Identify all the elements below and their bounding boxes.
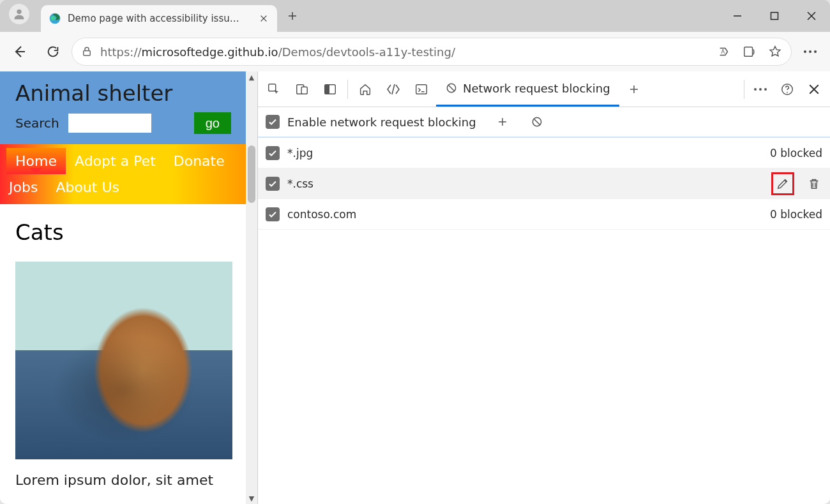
refresh-button[interactable] [38,37,68,66]
window-minimize-button[interactable] [719,0,756,32]
svg-point-18 [764,88,767,91]
svg-rect-14 [416,84,427,94]
address-bar[interactable]: https://microsoftedge.github.io/Demos/de… [72,38,792,66]
browser-tab[interactable]: Demo page with accessibility issu… [41,5,277,32]
console-tab-icon[interactable] [408,76,435,103]
close-tab-icon[interactable] [259,14,269,23]
site-nav: Home Adopt a Pet Donate Jobs About Us [0,144,246,204]
delete-pattern-button[interactable] [806,175,822,192]
nav-jobs[interactable]: Jobs [0,174,47,200]
section-heading: Cats [15,219,231,245]
cat-image [15,262,232,459]
network-request-blocking-tab[interactable]: Network request blocking [436,71,619,107]
svg-rect-3 [84,51,91,56]
page-title: Animal shelter [15,80,231,106]
window-close-button[interactable] [793,0,830,32]
pattern-row[interactable]: *.jpg0 blocked [258,138,830,168]
tab-label: Network request blocking [463,82,610,95]
page-scrollbar[interactable]: ▲ ▼ [246,71,257,504]
add-pattern-button[interactable] [489,108,516,135]
url-text: https://microsoftedge.github.io/Demos/de… [100,45,709,59]
svg-point-7 [809,50,811,53]
go-button[interactable]: go [194,112,231,134]
remove-all-patterns-button[interactable] [524,108,550,135]
pattern-list: *.jpg0 blocked*.csscontoso.com0 blocked [258,138,830,504]
inspect-element-icon[interactable] [260,76,287,103]
elements-tab-icon[interactable] [380,76,407,103]
tab-title: Demo page with accessibility issu… [68,13,253,24]
blocked-count: 0 blocked [770,147,822,159]
page-viewport: Animal shelter Search go Home Adopt a Pe… [0,71,258,504]
more-tabs-button[interactable] [621,76,647,103]
device-emulation-icon[interactable] [289,76,315,103]
dock-side-icon[interactable] [317,76,343,103]
pattern-row[interactable]: contoso.com0 blocked [258,199,830,230]
profile-avatar[interactable] [9,4,29,24]
devtools-close-icon[interactable] [801,76,827,103]
devtools-panel: Network request blocking [258,71,830,504]
pattern-label: *.jpg [287,147,762,159]
pattern-label: contoso.com [287,208,762,221]
new-tab-button[interactable] [280,3,305,29]
window-maximize-button[interactable] [756,0,793,32]
edge-favicon [49,12,61,25]
enable-blocking-label: Enable network request blocking [287,115,476,129]
pattern-checkbox[interactable] [266,177,280,191]
read-aloud-icon[interactable]: A [717,45,731,59]
svg-point-17 [759,88,762,91]
nav-donate[interactable]: Donate [165,148,234,174]
search-label: Search [15,115,59,131]
settings-menu-button[interactable] [796,37,825,66]
pattern-checkbox[interactable] [266,146,280,160]
devtools-help-icon[interactable] [774,76,801,103]
favorites-star-icon[interactable] [768,45,782,59]
nav-home[interactable]: Home [6,148,66,174]
svg-point-16 [754,88,757,91]
search-input[interactable] [68,114,151,133]
svg-rect-11 [301,87,307,94]
svg-text:A: A [721,48,725,55]
back-button[interactable] [5,37,34,66]
svg-point-8 [814,50,817,53]
nav-adopt[interactable]: Adopt a Pet [66,148,165,174]
svg-point-20 [787,91,788,93]
svg-point-6 [804,50,806,53]
blocked-count: 0 blocked [770,208,822,221]
welcome-tab-icon[interactable] [352,76,379,103]
pencil-icon [774,175,791,192]
svg-rect-13 [325,84,329,94]
immersive-reader-icon[interactable] [743,45,757,59]
pattern-row[interactable]: *.css [258,168,830,199]
nav-about[interactable]: About Us [47,174,128,200]
section-paragraph: Lorem ipsum dolor, sit amet [15,472,231,488]
pattern-checkbox[interactable] [266,207,280,221]
edit-pattern-button[interactable] [771,172,794,195]
devtools-more-icon[interactable] [747,76,774,103]
enable-blocking-checkbox[interactable] [266,115,280,129]
svg-point-0 [17,10,21,14]
svg-rect-2 [771,13,778,20]
pattern-label: *.css [287,177,764,190]
lock-icon [81,46,93,57]
svg-rect-5 [744,47,753,57]
